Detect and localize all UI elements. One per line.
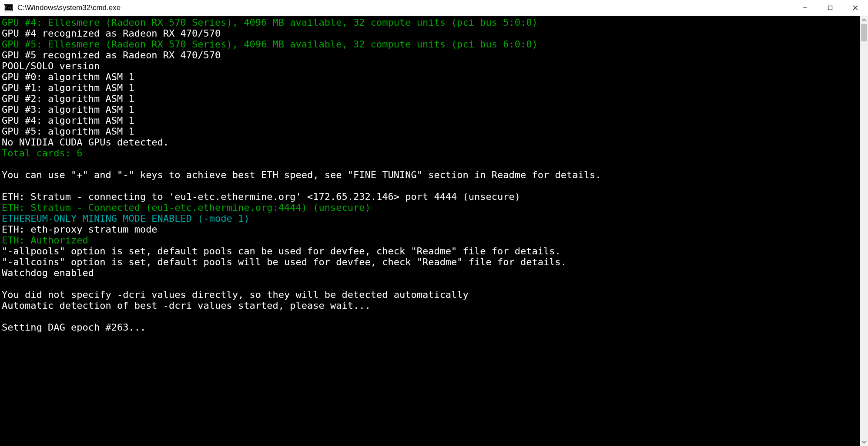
minimize-icon <box>802 5 808 10</box>
svg-text:C:\: C:\ <box>5 6 12 10</box>
chevron-down-icon <box>862 440 866 444</box>
close-icon <box>853 5 858 10</box>
close-button[interactable] <box>843 0 868 16</box>
terminal-line: ETH: Stratum - Connected (eu1-etc.etherm… <box>2 202 858 213</box>
terminal-line: Watchdog enabled <box>2 267 858 278</box>
terminal-line: Setting DAG epoch #263... <box>2 322 858 333</box>
terminal-line: You did not specify -dcri values directl… <box>2 289 858 300</box>
cmd-icon: C:\ <box>3 4 13 12</box>
svg-rect-5 <box>828 6 832 10</box>
chevron-up-icon <box>862 18 866 22</box>
scrollbar-track[interactable] <box>860 24 868 438</box>
terminal-line: GPU #4 recognized as Radeon RX 470/570 <box>2 28 858 39</box>
terminal-line: GPU #4: Ellesmere (Radeon RX 570 Series)… <box>2 17 858 28</box>
terminal-line: You can use "+" and "-" keys to achieve … <box>2 169 858 180</box>
window-controls <box>792 0 868 16</box>
terminal-line: ETH: eth-proxy stratum mode <box>2 224 858 235</box>
terminal-line: "-allpools" option is set, default pools… <box>2 246 858 257</box>
terminal-output[interactable]: GPU #4: Ellesmere (Radeon RX 570 Series)… <box>0 16 860 446</box>
terminal-line <box>2 311 858 322</box>
titlebar[interactable]: C:\ C:\Windows\system32\cmd.exe <box>0 0 868 16</box>
terminal-line: GPU #5 recognized as Radeon RX 470/570 <box>2 50 858 61</box>
terminal-line: GPU #5: Ellesmere (Radeon RX 570 Series)… <box>2 39 858 50</box>
scrollbar-thumb[interactable] <box>861 24 867 41</box>
terminal-line: POOL/SOLO version <box>2 61 858 71</box>
window-title: C:\Windows\system32\cmd.exe <box>17 3 121 12</box>
maximize-button[interactable] <box>818 0 843 16</box>
terminal-line: ETH: Stratum - connecting to 'eu1-etc.et… <box>2 191 858 202</box>
terminal-line <box>2 278 858 289</box>
terminal-line <box>2 159 858 169</box>
terminal-line: GPU #5: algorithm ASM 1 <box>2 126 858 137</box>
terminal-line: Automatic detection of best -dcri values… <box>2 300 858 311</box>
terminal-line: "-allcoins" option is set, default pools… <box>2 257 858 267</box>
terminal-line: ETHEREUM-ONLY MINING MODE ENABLED (-mode… <box>2 213 858 224</box>
terminal-line: GPU #2: algorithm ASM 1 <box>2 93 858 104</box>
terminal-line: Total cards: 6 <box>2 148 858 159</box>
client-area: GPU #4: Ellesmere (Radeon RX 570 Series)… <box>0 16 868 446</box>
terminal-line: GPU #3: algorithm ASM 1 <box>2 104 858 115</box>
minimize-button[interactable] <box>792 0 818 16</box>
terminal-line: GPU #4: algorithm ASM 1 <box>2 115 858 126</box>
terminal-line: ETH: Authorized <box>2 235 858 246</box>
terminal-line: No NVIDIA CUDA GPUs detected. <box>2 137 858 148</box>
scroll-up-button[interactable] <box>860 16 868 24</box>
maximize-icon <box>828 5 833 10</box>
terminal-line: GPU #1: algorithm ASM 1 <box>2 82 858 93</box>
terminal-line <box>2 180 858 191</box>
vertical-scrollbar[interactable] <box>860 16 868 446</box>
terminal-line: GPU #0: algorithm ASM 1 <box>2 71 858 82</box>
cmd-window: C:\ C:\Windows\system32\cmd.exe GPU #4: … <box>0 0 868 446</box>
scroll-down-button[interactable] <box>860 438 868 446</box>
